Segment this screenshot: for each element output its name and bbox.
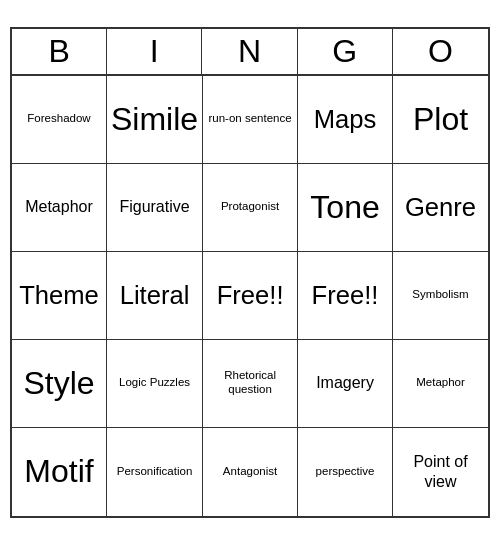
header-letter-g: G — [298, 29, 393, 74]
bingo-cell-3: Maps — [298, 76, 393, 164]
bingo-cell-14: Symbolism — [393, 252, 488, 340]
bingo-cell-12: Free!! — [203, 252, 298, 340]
cell-text-16: Logic Puzzles — [119, 376, 190, 390]
cell-text-3: Maps — [314, 104, 377, 135]
cell-text-4: Plot — [413, 100, 468, 138]
bingo-cell-23: perspective — [298, 428, 393, 516]
cell-text-0: Foreshadow — [27, 112, 90, 126]
bingo-cell-10: Theme — [12, 252, 107, 340]
bingo-cell-11: Literal — [107, 252, 203, 340]
cell-text-23: perspective — [316, 465, 375, 479]
cell-text-7: Protagonist — [221, 200, 279, 214]
cell-text-10: Theme — [19, 280, 99, 311]
bingo-cell-8: Tone — [298, 164, 393, 252]
bingo-cell-9: Genre — [393, 164, 488, 252]
cell-text-18: Imagery — [316, 373, 374, 392]
bingo-card: BINGO ForeshadowSimilerun-on sentenceMap… — [10, 27, 490, 518]
cell-text-14: Symbolism — [412, 288, 468, 302]
cell-text-19: Metaphor — [416, 376, 465, 390]
header-letter-o: O — [393, 29, 488, 74]
cell-text-21: Personification — [117, 465, 193, 479]
cell-text-15: Style — [23, 364, 94, 402]
bingo-cell-1: Simile — [107, 76, 203, 164]
bingo-cell-4: Plot — [393, 76, 488, 164]
cell-text-5: Metaphor — [25, 197, 93, 216]
cell-text-17: Rhetorical question — [207, 369, 293, 397]
bingo-cell-15: Style — [12, 340, 107, 428]
bingo-cell-19: Metaphor — [393, 340, 488, 428]
bingo-cell-18: Imagery — [298, 340, 393, 428]
cell-text-1: Simile — [111, 100, 198, 138]
bingo-cell-17: Rhetorical question — [203, 340, 298, 428]
bingo-cell-22: Antagonist — [203, 428, 298, 516]
bingo-cell-2: run-on sentence — [203, 76, 298, 164]
header-letter-n: N — [202, 29, 297, 74]
cell-text-13: Free!! — [312, 280, 379, 311]
bingo-header: BINGO — [12, 29, 488, 76]
header-letter-i: I — [107, 29, 202, 74]
bingo-cell-7: Protagonist — [203, 164, 298, 252]
cell-text-20: Motif — [24, 452, 93, 490]
bingo-cell-21: Personification — [107, 428, 203, 516]
bingo-cell-6: Figurative — [107, 164, 203, 252]
cell-text-11: Literal — [120, 280, 190, 311]
header-letter-b: B — [12, 29, 107, 74]
cell-text-9: Genre — [405, 192, 476, 223]
bingo-grid: ForeshadowSimilerun-on sentenceMapsPlotM… — [12, 76, 488, 516]
bingo-cell-20: Motif — [12, 428, 107, 516]
cell-text-24: Point of view — [397, 452, 484, 490]
bingo-cell-5: Metaphor — [12, 164, 107, 252]
cell-text-22: Antagonist — [223, 465, 277, 479]
bingo-cell-0: Foreshadow — [12, 76, 107, 164]
cell-text-2: run-on sentence — [208, 112, 291, 126]
bingo-cell-13: Free!! — [298, 252, 393, 340]
bingo-cell-24: Point of view — [393, 428, 488, 516]
cell-text-8: Tone — [310, 188, 379, 226]
cell-text-6: Figurative — [119, 197, 189, 216]
cell-text-12: Free!! — [217, 280, 284, 311]
bingo-cell-16: Logic Puzzles — [107, 340, 203, 428]
